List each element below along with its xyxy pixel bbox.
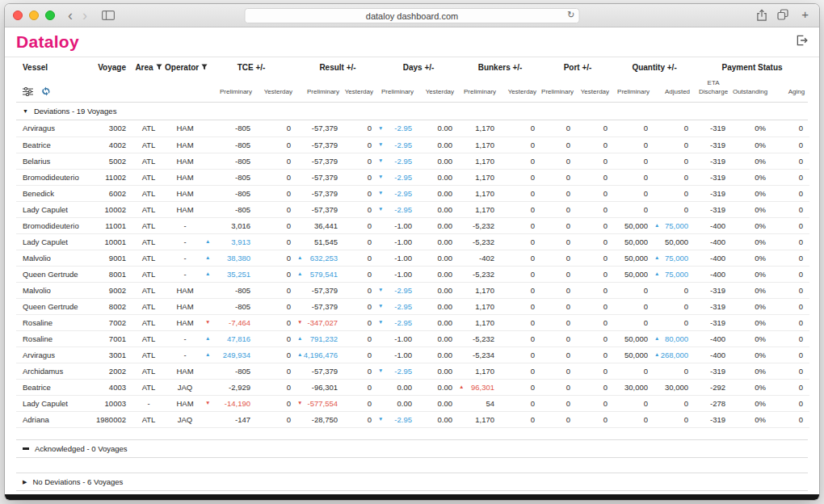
cell-days-preliminary: -1.00 bbox=[378, 233, 418, 250]
window-close-button[interactable] bbox=[13, 10, 23, 20]
cell-operator: HAM bbox=[165, 201, 205, 217]
cell-eta-discharge: -319 bbox=[695, 363, 732, 379]
cell-result-yesterday: 0 bbox=[344, 411, 378, 427]
cell-tce-preliminary: ▼-7,464 bbox=[205, 314, 257, 330]
voyage-row[interactable]: Queen Gertrude8001ATL-▲35,2510▲579,5410-… bbox=[16, 266, 809, 282]
cell-days-preliminary: ▼-2.95 bbox=[378, 201, 418, 217]
cell-result-preliminary: -57,379 bbox=[297, 201, 344, 217]
voyage-row[interactable]: Lady Capulet10003-HAM▼-14,1900▼-577,5540… bbox=[16, 395, 809, 411]
section-header-acknowledged-0-voyages[interactable]: Acknowledged - 0 Voyages bbox=[16, 439, 808, 458]
voyage-row[interactable]: Bromodideuterio11001ATL-3,016036,4410-1.… bbox=[16, 217, 809, 233]
cell-eta-discharge: -319 bbox=[695, 314, 732, 330]
table-header: VesselVoyageAreaOperatorTCE +/-Result +/… bbox=[16, 57, 809, 102]
cell-area: ATL bbox=[132, 379, 165, 395]
cell-quantity-adjusted: 0 bbox=[654, 201, 695, 217]
sidebar-toggle-icon[interactable] bbox=[102, 10, 115, 20]
column-group-operator[interactable]: Operator bbox=[165, 57, 205, 78]
voyage-row[interactable]: Queen Gertrude8002ATLHAM-8050-57,3790▼-2… bbox=[16, 298, 809, 314]
voyage-row[interactable]: Lady Capulet10002ATLHAM-8050-57,3790▼-2.… bbox=[16, 201, 809, 217]
cell-tce-yesterday: 0 bbox=[257, 363, 297, 379]
share-icon[interactable] bbox=[756, 9, 767, 22]
window-minimize-button[interactable] bbox=[29, 10, 39, 20]
cell-operator: - bbox=[165, 217, 205, 233]
voyage-row[interactable]: Adriana1980002ATLJAQ-1470-28,7500▼-2.950… bbox=[16, 411, 809, 427]
cell-bunkers-yesterday: 0 bbox=[501, 169, 541, 185]
cell-quantity-preliminary: 0 bbox=[614, 363, 654, 379]
voyage-row[interactable]: Beatrice4003ATLJAQ-2,9290-96,30100.000.0… bbox=[16, 379, 809, 395]
cell-result-preliminary: -57,379 bbox=[297, 363, 344, 379]
voyage-row[interactable]: Rosaline7001ATL-▲47,8160▲791,2320-1.000.… bbox=[16, 330, 809, 346]
voyage-row[interactable]: Beatrice4002ATLHAM-8050-57,3790▼-2.950.0… bbox=[16, 136, 809, 153]
up-arrow-icon: ▲ bbox=[205, 352, 210, 358]
cell-days-preliminary: ▼-2.95 bbox=[378, 298, 418, 314]
window-zoom-button[interactable] bbox=[45, 10, 55, 20]
cell-voyage: 7001 bbox=[95, 330, 132, 346]
cell-port-yesterday: 0 bbox=[577, 201, 614, 217]
cell-tce-preliminary: -805 bbox=[205, 201, 257, 217]
cell-vessel: Lady Capulet bbox=[16, 233, 95, 250]
cell-tce-preliminary: ▲35,251 bbox=[205, 266, 257, 282]
cell-tce-yesterday: 0 bbox=[257, 250, 297, 266]
address-bar[interactable]: dataloy dashboard.com ↻ bbox=[245, 8, 580, 23]
tab-overview-icon[interactable] bbox=[777, 9, 788, 20]
cell-port-yesterday: 0 bbox=[577, 379, 614, 395]
cell-eta-discharge: -400 bbox=[695, 217, 732, 233]
cell-tce-preliminary: -805 bbox=[205, 298, 257, 314]
back-button[interactable]: ‹ bbox=[68, 8, 73, 23]
cell-eta-discharge: -292 bbox=[695, 379, 732, 395]
cell-quantity-preliminary: 0 bbox=[614, 314, 654, 330]
logout-icon[interactable] bbox=[796, 35, 808, 49]
cell-tce-preliminary: ▲3,913 bbox=[205, 233, 257, 250]
cell-bunkers-preliminary: 1,170 bbox=[459, 169, 501, 185]
cell-aging: 0 bbox=[772, 395, 809, 411]
cell-port-preliminary: 0 bbox=[541, 330, 577, 346]
up-arrow-icon: ▲ bbox=[654, 352, 659, 358]
cell-area: ATL bbox=[132, 169, 165, 185]
section-header-no-deviations-6-voyages[interactable]: ▶No Deviations - 6 Voyages bbox=[16, 472, 808, 491]
cell-tce-yesterday: 0 bbox=[257, 346, 297, 363]
voyage-row[interactable]: Benedick6002ATLHAM-8050-57,3790▼-2.950.0… bbox=[16, 185, 809, 201]
column-sub-bunkers-yesterday: Yesterday bbox=[501, 78, 541, 102]
up-arrow-icon: ▲ bbox=[654, 255, 659, 261]
voyage-row[interactable]: Lady Capulet10001ATL-▲3,913051,5450-1.00… bbox=[16, 233, 809, 250]
voyage-row[interactable]: Archidamus2002ATLHAM-8050-57,3790▼-2.950… bbox=[16, 363, 809, 379]
cell-bunkers-preliminary: ▲96,301 bbox=[459, 379, 501, 395]
cell-operator: HAM bbox=[165, 395, 205, 411]
voyage-row[interactable]: Malvolio9002ATLHAM-8050-57,3790▼-2.950.0… bbox=[16, 282, 809, 298]
cell-outstanding: 0% bbox=[732, 379, 772, 395]
cell-days-preliminary: ▼-2.95 bbox=[378, 136, 418, 153]
cell-area: ATL bbox=[132, 266, 165, 282]
down-arrow-icon: ▼ bbox=[205, 320, 210, 326]
filter-sliders-icon[interactable] bbox=[23, 87, 33, 96]
voyage-row[interactable]: Malvolio9001ATL-▲38,3800▲632,2530-1.000.… bbox=[16, 250, 809, 266]
voyage-row[interactable]: Rosaline7002ATLHAM▼-7,4640▼-347,0270▼-2.… bbox=[16, 314, 809, 330]
refresh-icon[interactable] bbox=[41, 86, 51, 96]
section-header-deviations-19-voyages[interactable]: ▼Deviations - 19 Voyages bbox=[16, 102, 808, 120]
cell-result-preliminary: ▲4,196,476 bbox=[297, 346, 344, 363]
voyage-row[interactable]: Bromodideuterio11002ATLHAM-8050-57,3790▼… bbox=[16, 169, 809, 185]
cell-vessel: Queen Gertrude bbox=[16, 298, 95, 314]
column-group-area[interactable]: Area bbox=[132, 57, 165, 78]
cell-vessel: Arviragus bbox=[16, 120, 95, 136]
cell-result-preliminary: ▼-577,554 bbox=[297, 395, 344, 411]
voyage-row[interactable]: Arviragus3002ATLHAM-8050-57,3790▼-2.950.… bbox=[16, 120, 809, 136]
voyage-row[interactable]: Arviragus3001ATL-▲249,9340▲4,196,4760-1.… bbox=[16, 346, 809, 363]
cell-quantity-preliminary: 50,000 bbox=[614, 217, 654, 233]
cell-area: ATL bbox=[132, 233, 165, 250]
filter-icon bbox=[156, 64, 162, 70]
cell-result-yesterday: 0 bbox=[344, 120, 378, 136]
cell-tce-yesterday: 0 bbox=[257, 153, 297, 169]
cell-quantity-preliminary: 0 bbox=[614, 153, 654, 169]
cell-days-preliminary: ▼-2.95 bbox=[378, 185, 418, 201]
cell-days-yesterday: 0.00 bbox=[418, 169, 459, 185]
cell-operator: HAM bbox=[165, 298, 205, 314]
cell-vessel: Queen Gertrude bbox=[16, 266, 95, 282]
new-tab-icon[interactable]: + bbox=[801, 8, 809, 20]
reload-icon[interactable]: ↻ bbox=[567, 10, 574, 20]
cell-days-preliminary: ▼-2.95 bbox=[378, 153, 418, 169]
cell-port-yesterday: 0 bbox=[577, 330, 614, 346]
cell-bunkers-preliminary: 1,170 bbox=[459, 411, 501, 427]
voyage-row[interactable]: Belarius5002ATLHAM-8050-57,3790▼-2.950.0… bbox=[16, 153, 809, 169]
cell-port-preliminary: 0 bbox=[541, 250, 577, 266]
forward-button[interactable]: › bbox=[82, 8, 87, 23]
